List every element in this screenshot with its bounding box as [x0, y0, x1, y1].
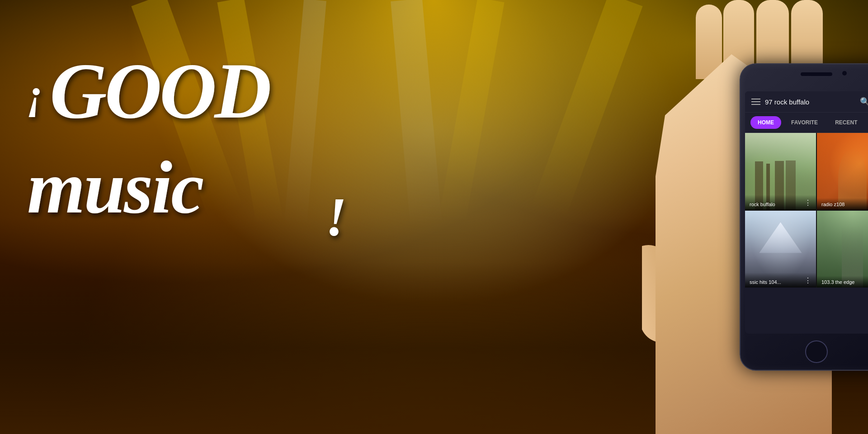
search-icon[interactable]: 🔍: [860, 97, 868, 107]
tab-favorite[interactable]: FAVORITE: [784, 116, 825, 129]
phone-speaker: [801, 72, 832, 76]
header-icons: 🔍 ⋮: [860, 97, 868, 107]
stations-grid: rock buffalo ⋮ radio z108: [745, 133, 868, 288]
tab-recent[interactable]: RECENT: [828, 116, 864, 129]
phone-device: 97 rock buffalo 🔍 ⋮ HOME FAVORITE RECENT: [740, 63, 868, 371]
station-more-icon-2[interactable]: ⋮: [804, 276, 811, 285]
music-text: music: [27, 146, 203, 229]
exclaim-left-text: ¡: [27, 70, 44, 118]
phone-camera: [842, 71, 847, 75]
station-card-ssic-hits[interactable]: ssic hits 104... ⋮: [745, 211, 816, 288]
station-label-rock-buffalo: rock buffalo ⋮: [745, 195, 816, 210]
station-card-103-edge[interactable]: 103.3 the edge: [817, 211, 868, 288]
app-header: 97 rock buffalo 🔍 ⋮: [745, 91, 868, 113]
station-card-rock-buffalo[interactable]: rock buffalo ⋮: [745, 133, 816, 210]
station-card-radio-z108[interactable]: radio z108: [817, 133, 868, 210]
app-title: 97 rock buffalo: [765, 98, 855, 106]
hero-text-container: ¡ GOOD music !: [14, 18, 353, 335]
station-more-icon[interactable]: ⋮: [804, 198, 811, 207]
station-label-radio-z108: radio z108: [817, 198, 868, 210]
station-label-103-edge: 103.3 the edge: [817, 276, 868, 288]
tab-navigation: HOME FAVORITE RECENT: [745, 113, 868, 133]
tab-home[interactable]: HOME: [750, 116, 781, 129]
phone-home-button[interactable]: [805, 340, 828, 363]
station-label-ssic-hits: ssic hits 104... ⋮: [745, 273, 816, 288]
good-text: GOOD: [50, 47, 270, 135]
exclaim-right-text: !: [326, 187, 347, 247]
hero-text-svg: ¡ GOOD music !: [14, 18, 353, 335]
phone-screen: 97 rock buffalo 🔍 ⋮ HOME FAVORITE RECENT: [745, 91, 868, 334]
hamburger-icon[interactable]: [751, 99, 760, 105]
